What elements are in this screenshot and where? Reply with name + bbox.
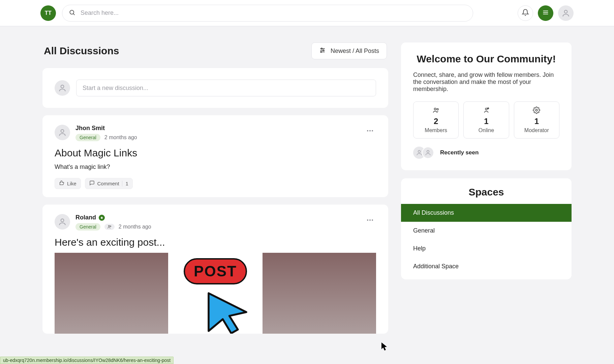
like-label: Like: [67, 181, 76, 186]
people-badge-icon: [104, 224, 115, 230]
like-button[interactable]: Like: [55, 178, 81, 189]
svg-point-13: [61, 129, 64, 132]
bell-icon: [522, 9, 529, 17]
recently-seen-label: Recently seen: [440, 149, 479, 156]
spaces-title: Spaces: [401, 186, 572, 198]
search-icon: [69, 9, 75, 17]
svg-point-31: [427, 150, 429, 153]
post-title[interactable]: About Magic Links: [55, 147, 376, 159]
svg-point-26: [437, 108, 438, 110]
stat-label: Moderator: [524, 127, 549, 133]
svg-point-5: [564, 10, 567, 13]
post-title[interactable]: Here's an exciting post...: [55, 237, 376, 248]
post-image[interactable]: POST: [55, 253, 376, 334]
start-discussion-card: [42, 68, 388, 108]
dots-horizontal-icon: [366, 131, 374, 136]
svg-point-16: [372, 130, 373, 131]
welcome-title: Welcome to Our Community!: [413, 53, 559, 65]
svg-point-21: [367, 219, 368, 221]
cursor-icon: [204, 289, 251, 334]
stat-count: 2: [434, 117, 438, 126]
menu-button[interactable]: [538, 5, 553, 21]
post-timestamp: 2 months ago: [104, 134, 137, 141]
recent-avatars[interactable]: [413, 147, 434, 159]
svg-point-27: [485, 108, 487, 110]
space-item-help[interactable]: Help: [401, 240, 572, 257]
svg-point-0: [70, 10, 74, 14]
sort-button[interactable]: Newest / All Posts: [311, 42, 387, 59]
stat-members: 2 Members: [413, 101, 459, 139]
user-online-icon: [483, 107, 490, 115]
svg-point-20: [110, 226, 111, 227]
svg-point-12: [61, 85, 64, 88]
svg-point-11: [320, 51, 321, 52]
stat-online: 1 Online: [463, 101, 509, 139]
self-avatar: [55, 80, 70, 96]
svg-point-22: [369, 219, 371, 221]
post-card: Jhon Smit General 2 months ago About Mag…: [42, 115, 388, 197]
svg-point-30: [418, 150, 421, 153]
stat-label: Members: [425, 127, 447, 133]
notifications-button[interactable]: [518, 5, 533, 21]
profile-avatar[interactable]: [558, 5, 574, 21]
cursor-arrow-icon: [381, 342, 388, 353]
dots-horizontal-icon: [366, 220, 374, 225]
author-name[interactable]: Jhon Smit: [75, 125, 105, 132]
sliders-icon: [319, 47, 326, 55]
spaces-card: Spaces All Discussions General Help Addi…: [401, 178, 572, 279]
comment-count: 1: [122, 181, 128, 186]
post-timestamp: 2 months ago: [119, 224, 151, 230]
svg-point-19: [108, 225, 110, 227]
space-item-all[interactable]: All Discussions: [401, 204, 572, 222]
author-avatar[interactable]: [55, 214, 70, 230]
stat-count: 1: [484, 117, 488, 126]
svg-point-29: [536, 109, 538, 111]
stat-count: 1: [534, 117, 539, 126]
gear-icon: [533, 107, 540, 115]
post-more-button[interactable]: [364, 125, 376, 138]
comment-label: Comment: [97, 181, 119, 186]
svg-marker-18: [100, 216, 103, 219]
author-avatar[interactable]: [55, 125, 70, 140]
svg-point-23: [372, 219, 373, 221]
search-wrap: [62, 5, 473, 22]
search-input[interactable]: [62, 5, 473, 22]
post-more-button[interactable]: [364, 214, 376, 227]
post-image-label: POST: [184, 258, 247, 284]
svg-point-17: [61, 219, 64, 222]
sort-label: Newest / All Posts: [331, 48, 379, 55]
welcome-text: Connect, share, and grow with fellow mem…: [413, 71, 559, 93]
welcome-card: Welcome to Our Community! Connect, share…: [401, 42, 572, 170]
status-url: ub-edxqrq720n.membership.io/discussions/…: [0, 357, 174, 364]
author-name[interactable]: Roland: [75, 214, 96, 221]
svg-point-28: [488, 108, 489, 109]
svg-point-7: [321, 48, 322, 49]
space-pill[interactable]: General: [75, 223, 100, 231]
space-item-general[interactable]: General: [401, 222, 572, 240]
space-pill[interactable]: General: [75, 134, 100, 141]
app-header: TT: [0, 0, 614, 26]
thumbs-up-icon: [59, 180, 64, 187]
svg-point-14: [367, 130, 368, 131]
svg-point-9: [323, 50, 324, 51]
space-item-additional[interactable]: Additional Space: [401, 257, 572, 275]
post-body: What's a magic link?: [55, 163, 376, 171]
start-discussion-input[interactable]: [76, 80, 376, 96]
menu-icon: [542, 9, 549, 17]
comment-button[interactable]: Comment 1: [85, 178, 133, 189]
svg-line-1: [73, 13, 75, 15]
stat-moderator: 1 Moderator: [514, 101, 559, 139]
stat-label: Online: [479, 127, 494, 133]
post-card: Roland General 2 months ago: [42, 205, 388, 334]
page-title: All Discussions: [44, 45, 119, 57]
svg-marker-24: [209, 293, 246, 333]
svg-point-25: [434, 108, 436, 110]
svg-marker-32: [381, 342, 387, 351]
verified-badge-icon: [99, 215, 105, 221]
users-icon: [432, 107, 440, 115]
comment-icon: [89, 180, 95, 187]
brand-avatar[interactable]: TT: [40, 5, 56, 21]
svg-point-15: [369, 130, 371, 131]
